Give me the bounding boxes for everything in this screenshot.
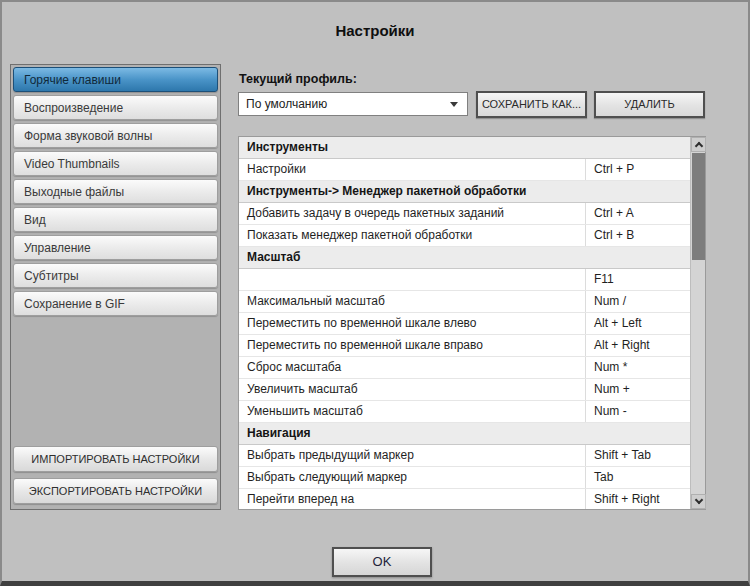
profile-dropdown-value: По умолчанию bbox=[246, 97, 327, 111]
shortcut-action-label: Максимальный масштаб bbox=[239, 291, 585, 312]
sidebar-item[interactable]: Горячие клавиши bbox=[13, 67, 218, 92]
shortcut-section-row: Навигация bbox=[239, 423, 690, 445]
shortcut-action-label: Показать менеджер пакетной обработки bbox=[239, 225, 585, 246]
shortcut-action-label: Инструменты-> Менеджер пакетной обработк… bbox=[239, 181, 690, 202]
shortcut-action-label: Настройки bbox=[239, 159, 585, 180]
chevron-down-icon bbox=[695, 496, 703, 504]
shortcut-key-value: Shift + Right bbox=[585, 489, 690, 509]
shortcut-action-label: Переместить по временной шкале вправо bbox=[239, 335, 585, 356]
sidebar-item[interactable]: Форма звуковой волны bbox=[13, 123, 218, 148]
dialog-title: Настройки bbox=[2, 22, 748, 39]
shortcut-row[interactable]: Выбрать предыдущий маркерShift + Tab bbox=[239, 445, 690, 467]
current-profile-label: Текущий профиль: bbox=[239, 72, 357, 86]
shortcut-action-label: Добавить задачу в очередь пакетных задан… bbox=[239, 203, 585, 224]
shortcut-key-value: Ctrl + A bbox=[585, 203, 690, 224]
export-settings-button[interactable]: ЭКСПОРТИРОВАТЬ НАСТРОЙКИ bbox=[13, 478, 218, 504]
shortcut-section-row: Инструменты-> Менеджер пакетной обработк… bbox=[239, 181, 690, 203]
shortcut-section-row: Масштаб bbox=[239, 247, 690, 269]
sidebar-item[interactable]: Выходные файлы bbox=[13, 179, 218, 204]
sidebar-item[interactable]: Воспроизведение bbox=[13, 95, 218, 120]
vertical-scrollbar[interactable] bbox=[690, 137, 705, 509]
sidebar: Горячие клавишиВоспроизведениеФорма звук… bbox=[10, 64, 221, 510]
shortcut-row[interactable]: Показать менеджер пакетной обработкиCtrl… bbox=[239, 225, 690, 247]
shortcut-action-label bbox=[239, 269, 585, 290]
shortcut-key-value: F11 bbox=[585, 269, 690, 290]
shortcut-key-value: Tab bbox=[585, 467, 690, 488]
shortcut-key-value: Alt + Right bbox=[585, 335, 690, 356]
sidebar-item[interactable]: Вид bbox=[13, 207, 218, 232]
shortcut-section-row: Инструменты bbox=[239, 137, 690, 159]
settings-dialog: Настройки Горячие клавишиВоспроизведение… bbox=[0, 0, 750, 586]
shortcut-key-value: Num - bbox=[585, 401, 690, 422]
shortcuts-table: ИнструментыНастройкиCtrl + PИнструменты-… bbox=[238, 136, 706, 510]
shortcut-row[interactable]: Выбрать следующий маркерTab bbox=[239, 467, 690, 489]
shortcut-action-label: Уменьшить масштаб bbox=[239, 401, 585, 422]
shortcut-row[interactable]: Добавить задачу в очередь пакетных задан… bbox=[239, 203, 690, 225]
shortcut-action-label: Увеличить масштаб bbox=[239, 379, 585, 400]
shortcut-key-value: Shift + Tab bbox=[585, 445, 690, 466]
shortcut-row[interactable]: НастройкиCtrl + P bbox=[239, 159, 690, 181]
ok-button[interactable]: OK bbox=[332, 547, 432, 577]
scroll-down-button[interactable] bbox=[691, 494, 706, 509]
shortcut-action-label: Переместить по временной шкале влево bbox=[239, 313, 585, 334]
shortcut-row[interactable]: Уменьшить масштабNum - bbox=[239, 401, 690, 423]
shortcut-key-value: Ctrl + P bbox=[585, 159, 690, 180]
shortcut-key-value: Alt + Left bbox=[585, 313, 690, 334]
delete-button[interactable]: УДАЛИТЬ bbox=[594, 91, 705, 118]
shortcut-key-value: Num / bbox=[585, 291, 690, 312]
profile-dropdown[interactable]: По умолчанию bbox=[238, 92, 468, 116]
shortcut-row[interactable]: Максимальный масштабNum / bbox=[239, 291, 690, 313]
shortcut-key-value: Num * bbox=[585, 357, 690, 378]
shortcut-action-label: Перейти вперед на bbox=[239, 489, 585, 509]
save-as-button[interactable]: СОХРАНИТЬ КАК... bbox=[476, 91, 587, 118]
shortcut-row[interactable]: Перейти вперед наShift + Right bbox=[239, 489, 690, 509]
sidebar-item[interactable]: Субтитры bbox=[13, 263, 218, 288]
shortcut-row[interactable]: Переместить по временной шкале влевоAlt … bbox=[239, 313, 690, 335]
sidebar-nav: Горячие клавишиВоспроизведениеФорма звук… bbox=[11, 67, 220, 316]
import-settings-button[interactable]: ИМПОРТИРОВАТЬ НАСТРОЙКИ bbox=[13, 446, 218, 472]
shortcut-key-value: Num + bbox=[585, 379, 690, 400]
shortcut-rows: ИнструментыНастройкиCtrl + PИнструменты-… bbox=[239, 137, 690, 509]
shortcut-action-label: Навигация bbox=[239, 423, 690, 444]
shortcut-key-value: Ctrl + B bbox=[585, 225, 690, 246]
sidebar-item[interactable]: Video Thumbnails bbox=[13, 151, 218, 176]
shortcut-row[interactable]: Переместить по временной шкале вправоAlt… bbox=[239, 335, 690, 357]
shortcut-row[interactable]: Сброс масштабаNum * bbox=[239, 357, 690, 379]
scroll-up-button[interactable] bbox=[691, 137, 706, 152]
shortcut-action-label: Выбрать предыдущий маркер bbox=[239, 445, 585, 466]
shortcut-action-label: Сброс масштаба bbox=[239, 357, 585, 378]
chevron-down-icon bbox=[450, 102, 458, 107]
shortcut-action-label: Выбрать следующий маркер bbox=[239, 467, 585, 488]
shortcut-row[interactable]: Увеличить масштабNum + bbox=[239, 379, 690, 401]
sidebar-item[interactable]: Управление bbox=[13, 235, 218, 260]
scrollbar-thumb[interactable] bbox=[692, 153, 705, 260]
shortcut-action-label: Инструменты bbox=[239, 137, 690, 158]
shortcut-action-label: Масштаб bbox=[239, 247, 690, 268]
chevron-up-icon bbox=[695, 142, 703, 150]
sidebar-item[interactable]: Сохранение в GIF bbox=[13, 291, 218, 316]
shortcut-row[interactable]: F11 bbox=[239, 269, 690, 291]
